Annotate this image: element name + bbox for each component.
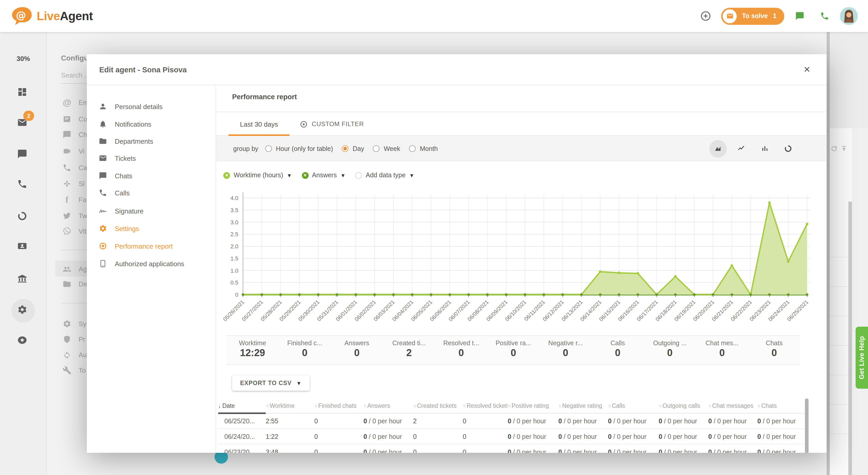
rail-item-contact-card[interactable] [17, 241, 29, 253]
group-by-option-week[interactable]: Week [373, 145, 400, 152]
rail-item-dashboard[interactable] [17, 87, 29, 99]
chip-answers[interactable]: ✕Answers▼ [302, 171, 346, 179]
group-by-option-day[interactable]: Day [342, 145, 364, 152]
config-item-de[interactable]: De [63, 279, 87, 289]
column-header-finished-chats[interactable]: ↑↓Finished chats [314, 403, 364, 409]
table-row[interactable]: 06/25/20...2:5500 / 0 per hour200 / 0 pe… [218, 413, 805, 429]
chart-type-area-chart[interactable] [709, 140, 727, 157]
column-header-calls[interactable]: ↑↓Calls [608, 403, 659, 409]
rail-item-mail[interactable]: 2 [17, 117, 29, 130]
rail-item-phone[interactable] [17, 179, 29, 191]
menu-item-authorized-applications[interactable]: Authorized applications [99, 257, 184, 270]
config-item-ag[interactable]: Ag [63, 263, 87, 274]
summary-label: Resolved t... [435, 340, 487, 347]
chart-type-bar-chart[interactable] [756, 140, 773, 157]
menu-item-notifications[interactable]: Notifications [99, 118, 152, 130]
config-item-vi[interactable]: Vi [63, 146, 85, 156]
config-item-co[interactable]: Co [63, 114, 87, 124]
rail-item-chat[interactable] [17, 149, 29, 161]
table-scrollbar[interactable] [805, 399, 809, 453]
calls-button[interactable] [815, 7, 834, 25]
rail-item-bank[interactable] [17, 274, 29, 286]
column-header-worktime[interactable]: ↑↓Worktime [266, 403, 314, 409]
menu-item-calls[interactable]: Calls [99, 187, 130, 199]
summary-value: 12:29 [226, 347, 279, 359]
export-to-csv-button[interactable]: EXPORT TO CSV▼ [232, 375, 310, 391]
bg-row-divider [830, 404, 848, 405]
chat-icon [795, 11, 804, 21]
chats-button[interactable] [790, 7, 809, 25]
radio-icon[interactable] [265, 145, 272, 152]
remove-series-icon[interactable]: ✕ [302, 172, 308, 179]
data-type-chips: ✕Worktime (hours)▼✕Answers▼Add data type… [223, 168, 414, 182]
table-row[interactable]: 06/23/20...3:4800 / 0 per hour000 / 0 pe… [218, 444, 805, 453]
remove-series-icon[interactable]: ✕ [223, 172, 230, 179]
rail-item-loader[interactable] [17, 211, 29, 223]
config-item-sl[interactable]: Sl [63, 178, 85, 189]
chip-label: Add data type [366, 171, 406, 179]
menu-item-settings[interactable]: Settings [99, 222, 139, 235]
summary-answers: Answers0 [331, 336, 383, 365]
table-cell: 0 / 0 per hour [708, 448, 757, 453]
refresh-icon[interactable] [830, 145, 838, 155]
config-item-ca[interactable]: Ca [63, 162, 87, 172]
chip-add-data-type[interactable]: Add data type▼ [355, 171, 414, 179]
search-input[interactable]: Search ... [61, 71, 90, 79]
get-live-help-tab[interactable]: Get Live Help [856, 327, 868, 389]
table-cell: 0 / 0 per hour [508, 448, 558, 453]
column-header-chat-messages[interactable]: ↑↓Chat messages [708, 403, 757, 409]
summary-value: 0 [748, 347, 800, 359]
config-item-sy[interactable]: Sy [63, 318, 86, 329]
column-header-resolved-tickets[interactable]: ↑↓Resolved tickets [463, 403, 508, 409]
menu-item-signature[interactable]: Signature [99, 205, 144, 217]
menu-item-performance-report[interactable]: Performance report [99, 240, 173, 252]
caret-down-icon[interactable]: ▼ [409, 172, 414, 178]
bg-panel-scrollbar[interactable] [848, 201, 852, 475]
chip-worktime-hours-[interactable]: ✕Worktime (hours)▼ [223, 171, 292, 179]
add-series-icon[interactable] [355, 172, 362, 179]
config-item-ch[interactable]: Ch [63, 129, 87, 139]
add-new-button[interactable] [696, 7, 715, 25]
report-table: ↓Date↑↓Worktime↑↓Finished chats↑↓Answers… [218, 399, 805, 453]
caret-down-icon[interactable]: ▼ [340, 172, 346, 178]
config-item-fa[interactable]: fFa [63, 194, 86, 205]
radio-icon[interactable] [409, 145, 416, 152]
tab-last-30-days[interactable]: Last 30 days [228, 112, 289, 136]
column-header-positive-rating[interactable]: ↑↓Positive rating [508, 403, 558, 409]
navigation-rail: 30% 2 [0, 32, 46, 475]
page-scrollbar[interactable] [827, 32, 830, 475]
rail-item-star-badge[interactable] [17, 335, 29, 347]
menu-item-personal-details[interactable]: Personal details [99, 100, 163, 113]
to-solve-button[interactable]: To solve 1 [721, 7, 784, 25]
column-header-negative-rating[interactable]: ↑↓Negative rating [558, 403, 608, 409]
column-header-chats[interactable]: ↑↓Chats [757, 403, 805, 409]
user-avatar[interactable] [840, 7, 858, 25]
column-header-answers[interactable]: ↑↓Answers [364, 403, 413, 409]
group-by-option-hour[interactable]: Hour (only for table) [265, 145, 333, 152]
chart-type-donut-chart[interactable] [779, 140, 797, 157]
column-header-outgoing-calls[interactable]: ↑↓Outgoing calls [659, 403, 708, 409]
column-header-created-tickets[interactable]: ↑↓Created tickets [413, 403, 463, 409]
caret-down-icon[interactable]: ▼ [287, 172, 292, 178]
config-item-tw[interactable]: Tw [63, 210, 87, 221]
config-item-vib[interactable]: Vib [63, 226, 88, 236]
group-by-option-month[interactable]: Month [409, 145, 438, 152]
config-item-label: Co [79, 115, 87, 123]
menu-item-tickets[interactable]: Tickets [99, 152, 136, 164]
upload-icon[interactable] [840, 145, 848, 155]
close-icon[interactable]: ✕ [800, 62, 814, 77]
column-header-date[interactable]: ↓Date [218, 403, 266, 409]
config-item-pr[interactable]: Pr [63, 334, 85, 344]
config-item-au[interactable]: Au [63, 349, 87, 360]
get-live-help-label: Get Live Help [858, 336, 865, 379]
menu-item-chats[interactable]: Chats [99, 169, 132, 182]
tab-custom-filter[interactable]: CUSTOM FILTER [300, 112, 364, 136]
config-item-to[interactable]: To [63, 365, 86, 375]
table-row[interactable]: 06/24/20...1:2200 / 0 per hour000 / 0 pe… [218, 429, 805, 444]
radio-icon[interactable] [342, 145, 348, 152]
rail-item-gear[interactable] [17, 305, 29, 317]
chart-type-line-chart[interactable] [733, 140, 750, 157]
config-item-em[interactable]: @Em [63, 97, 89, 107]
radio-icon[interactable] [373, 145, 380, 152]
menu-item-departments[interactable]: Departments [99, 135, 153, 147]
